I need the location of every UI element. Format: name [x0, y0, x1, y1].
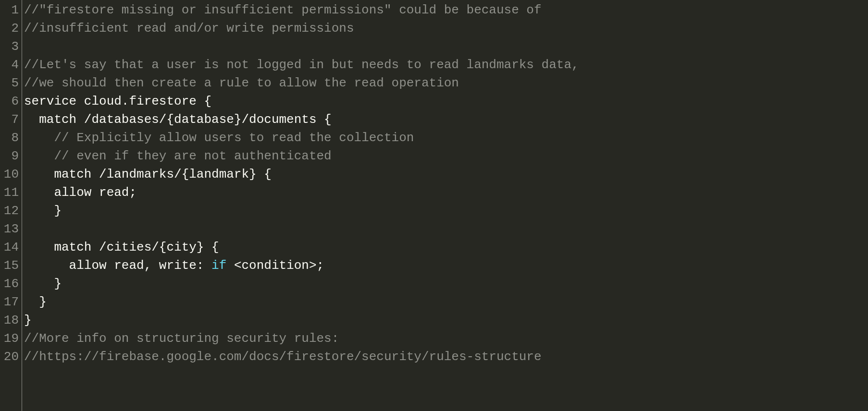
code-token: //we should then create a rule to allow … — [24, 76, 459, 90]
code-token: //"firestore missing or insufficient per… — [24, 3, 542, 17]
code-line[interactable]: //More info on structuring security rule… — [24, 329, 868, 348]
code-line[interactable]: //"firestore missing or insufficient per… — [24, 1, 868, 19]
code-line[interactable]: match /databases/{database}/documents { — [24, 110, 868, 129]
line-number-gutter: 1234567891011121314151617181920 — [0, 0, 22, 411]
code-line[interactable]: //https://firebase.google.com/docs/fires… — [24, 348, 868, 366]
code-token: } — [24, 295, 47, 309]
line-number: 11 — [2, 183, 19, 202]
line-number: 3 — [2, 37, 19, 56]
line-number: 12 — [2, 202, 19, 220]
code-token: match /cities/{city} { — [24, 240, 219, 254]
line-number: 13 — [2, 220, 19, 238]
code-line[interactable] — [24, 37, 868, 56]
code-token: //More info on structuring security rule… — [24, 331, 339, 346]
code-token: } — [24, 204, 62, 218]
code-line[interactable]: service cloud.firestore { — [24, 92, 868, 110]
line-number: 18 — [2, 311, 19, 329]
code-line[interactable]: allow read, write: if <condition>; — [24, 256, 868, 275]
line-number: 4 — [2, 56, 19, 74]
code-line[interactable]: // Explicitly allow users to read the co… — [24, 129, 868, 147]
code-token: // even if they are not authenticated — [54, 149, 331, 163]
code-token: match /databases/{database}/documents { — [24, 112, 332, 127]
code-token: //Let's say that a user is not logged in… — [24, 58, 579, 72]
line-number: 5 — [2, 74, 19, 92]
code-token — [24, 131, 54, 145]
line-number: 17 — [2, 293, 19, 311]
code-token: //insufficient read and/or write permiss… — [24, 21, 354, 36]
code-line[interactable]: allow read; — [24, 183, 868, 202]
line-number: 9 — [2, 147, 19, 165]
code-editor[interactable]: 1234567891011121314151617181920 //"fires… — [0, 0, 868, 411]
code-token: //https://firebase.google.com/docs/fires… — [24, 350, 542, 364]
code-line[interactable]: //insufficient read and/or write permiss… — [24, 19, 868, 37]
code-token: allow read; — [24, 185, 136, 200]
line-number: 1 — [2, 1, 19, 19]
code-line[interactable]: match /landmarks/{landmark} { — [24, 165, 868, 183]
code-line[interactable]: } — [24, 293, 868, 311]
code-line[interactable]: } — [24, 202, 868, 220]
code-line[interactable]: } — [24, 311, 868, 329]
code-token: } — [24, 277, 62, 291]
line-number: 8 — [2, 129, 19, 147]
code-line[interactable]: //Let's say that a user is not logged in… — [24, 56, 868, 74]
code-line[interactable]: } — [24, 275, 868, 293]
line-number: 6 — [2, 92, 19, 110]
code-area[interactable]: //"firestore missing or insufficient per… — [22, 0, 868, 411]
code-token: // Explicitly allow users to read the co… — [54, 131, 414, 145]
code-token — [24, 149, 54, 163]
code-token: service cloud.firestore { — [24, 94, 211, 109]
code-token: <condition>; — [226, 258, 324, 273]
code-token: if — [211, 258, 226, 273]
code-line[interactable]: //we should then create a rule to allow … — [24, 74, 868, 92]
code-line[interactable] — [24, 220, 868, 238]
code-line[interactable]: match /cities/{city} { — [24, 238, 868, 256]
line-number: 7 — [2, 110, 19, 129]
line-number: 16 — [2, 275, 19, 293]
line-number: 19 — [2, 329, 19, 348]
line-number: 10 — [2, 165, 19, 183]
code-token: match /landmarks/{landmark} { — [24, 167, 272, 181]
line-number: 15 — [2, 256, 19, 275]
code-token: allow read, write: — [24, 258, 211, 273]
code-token: } — [24, 313, 32, 327]
code-line[interactable]: // even if they are not authenticated — [24, 147, 868, 165]
line-number: 2 — [2, 19, 19, 37]
line-number: 20 — [2, 348, 19, 366]
line-number: 14 — [2, 238, 19, 256]
